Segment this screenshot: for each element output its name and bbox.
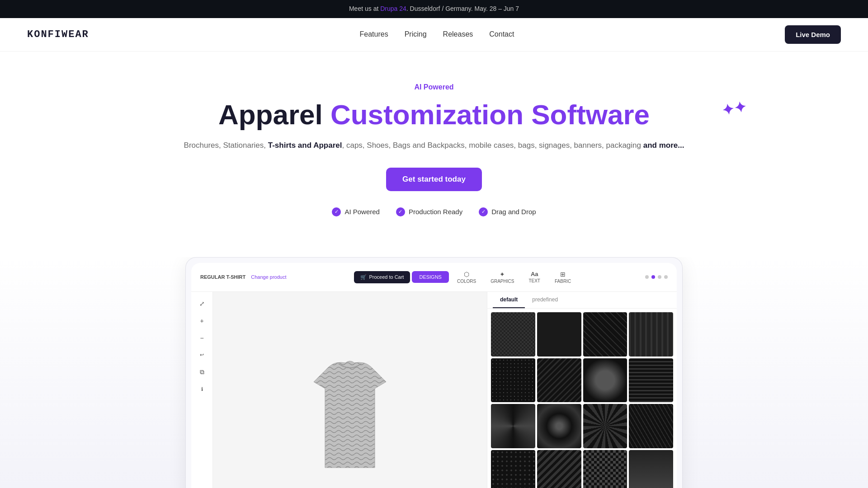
mockup-body: ⤢ + − ↩ ⧉ ℹ: [191, 292, 677, 488]
progress-dot-1: [645, 275, 649, 279]
mockup-container: REGULAR T-SHIRT Change product 🛒 Proceed…: [185, 257, 683, 488]
pattern-item-13[interactable]: [491, 450, 535, 488]
graphics-tab-button[interactable]: ✦ GRAPHICS: [484, 267, 520, 287]
nav-pricing[interactable]: Pricing: [405, 30, 427, 38]
product-info: REGULAR T-SHIRT Change product: [200, 274, 287, 280]
text-tab-label: TEXT: [528, 278, 540, 283]
mockup-section: REGULAR T-SHIRT Change product 🛒 Proceed…: [0, 257, 868, 488]
nav-releases[interactable]: Releases: [443, 30, 473, 38]
mockup-tools: ⤢ + − ↩ ⧉ ℹ: [191, 292, 213, 488]
check-icon-production: ✓: [396, 207, 405, 216]
feature-drag-label: Drag and Drop: [491, 208, 536, 216]
text-icon: Aa: [531, 271, 538, 277]
hero-section: ✦✦ AI Powered Apparel Customization Soft…: [0, 52, 868, 257]
fabric-tab-label: FABRIC: [555, 279, 571, 284]
tshirt-canvas: [213, 292, 487, 488]
live-demo-button[interactable]: Live Demo: [785, 25, 841, 44]
banner-prefix: Meet us at: [349, 5, 380, 12]
colors-icon: ⬡: [464, 271, 469, 278]
layers-tool[interactable]: ⧉: [196, 366, 208, 379]
graphics-tab-label: GRAPHICS: [491, 279, 514, 284]
feature-drag-drop: ✓ Drag and Drop: [479, 207, 536, 216]
banner-link[interactable]: Drupa 24: [380, 5, 406, 12]
pattern-item-11[interactable]: [583, 404, 627, 448]
pattern-item-15[interactable]: [583, 450, 627, 488]
tshirt-svg: [300, 359, 400, 477]
undo-tool[interactable]: ↩: [196, 349, 208, 361]
colors-tab-button[interactable]: ⬡ COLORS: [451, 267, 482, 287]
svg-rect-0: [300, 359, 400, 477]
progress-dot-2: [651, 275, 655, 279]
feature-production-label: Production Ready: [409, 208, 462, 216]
hero-title-start: Apparel: [218, 99, 330, 130]
panel-tab-default[interactable]: default: [493, 292, 525, 308]
pattern-item-5[interactable]: [491, 358, 535, 403]
cart-icon: 🛒: [360, 274, 367, 280]
sparkle-decoration: ✦✦: [721, 99, 748, 117]
progress-dot-3: [658, 275, 661, 279]
mockup-toolbar: 🛒 Proceed to Cart DESIGNS ⬡ COLORS ✦ GRA…: [354, 267, 577, 287]
top-banner: Meet us at Drupa 24. Dusseldorf / German…: [0, 0, 868, 18]
fabric-icon: ⊞: [560, 271, 566, 278]
change-product-link[interactable]: Change product: [251, 274, 286, 280]
feature-ai-powered: ✓ AI Powered: [332, 207, 380, 216]
progress-dot-4: [664, 275, 668, 279]
pattern-item-4[interactable]: [629, 312, 673, 357]
hero-subtitle: Brochures, Stationaries, T-shirts and Ap…: [9, 139, 859, 151]
check-icon-drag: ✓: [479, 207, 488, 216]
pattern-item-2[interactable]: [537, 312, 581, 357]
nav-contact[interactable]: Contact: [489, 30, 514, 38]
logo: KONFIWEAR: [27, 29, 89, 40]
pattern-item-3[interactable]: [583, 312, 627, 357]
info-tool[interactable]: ℹ: [196, 383, 208, 396]
panel-tabs: default predefined: [487, 292, 677, 309]
mockup-topbar: REGULAR T-SHIRT Change product 🛒 Proceed…: [191, 263, 677, 292]
mockup-right-panel: default predefined: [487, 292, 677, 488]
pattern-item-8[interactable]: [629, 358, 673, 403]
pattern-item-1[interactable]: [491, 312, 535, 357]
pattern-item-16[interactable]: [629, 450, 673, 488]
ai-badge: AI Powered: [9, 83, 859, 91]
fabric-tab-button[interactable]: ⊞ FABRIC: [548, 267, 577, 287]
mockup-inner: REGULAR T-SHIRT Change product 🛒 Proceed…: [191, 263, 677, 488]
check-icon-ai: ✓: [332, 207, 341, 216]
navbar: KONFIWEAR Features Pricing Releases Cont…: [0, 18, 868, 52]
pattern-item-10[interactable]: [537, 404, 581, 448]
pattern-item-6[interactable]: [537, 358, 581, 403]
product-label: REGULAR T-SHIRT: [200, 274, 245, 280]
pattern-item-7[interactable]: [583, 358, 627, 403]
pattern-item-9[interactable]: [491, 404, 535, 448]
feature-badges: ✓ AI Powered ✓ Production Ready ✓ Drag a…: [9, 207, 859, 216]
graphics-icon: ✦: [500, 271, 505, 278]
feature-production-ready: ✓ Production Ready: [396, 207, 462, 216]
pattern-item-14[interactable]: [537, 450, 581, 488]
zoom-out-tool[interactable]: −: [196, 332, 208, 344]
hero-title-purple: Customization Software: [330, 99, 650, 130]
cart-btn-label: Proceed to Cart: [369, 274, 404, 280]
banner-suffix: . Dusseldorf / Germany. May. 28 – Jun 7: [406, 5, 519, 12]
pattern-grid: [487, 309, 677, 488]
move-tool[interactable]: ⤢: [196, 297, 208, 310]
feature-ai-label: AI Powered: [344, 208, 380, 216]
panel-tab-predefined[interactable]: predefined: [525, 292, 565, 308]
text-tab-button[interactable]: Aa TEXT: [522, 267, 547, 286]
nav-features[interactable]: Features: [360, 30, 388, 38]
zoom-in-tool[interactable]: +: [196, 314, 208, 327]
pattern-item-12[interactable]: [629, 404, 673, 448]
get-started-button[interactable]: Get started today: [386, 168, 482, 191]
colors-tab-label: COLORS: [457, 279, 476, 284]
designs-tab-button[interactable]: DESIGNS: [412, 271, 449, 283]
proceed-to-cart-button[interactable]: 🛒 Proceed to Cart: [354, 271, 410, 283]
nav-links: Features Pricing Releases Contact: [360, 30, 514, 38]
